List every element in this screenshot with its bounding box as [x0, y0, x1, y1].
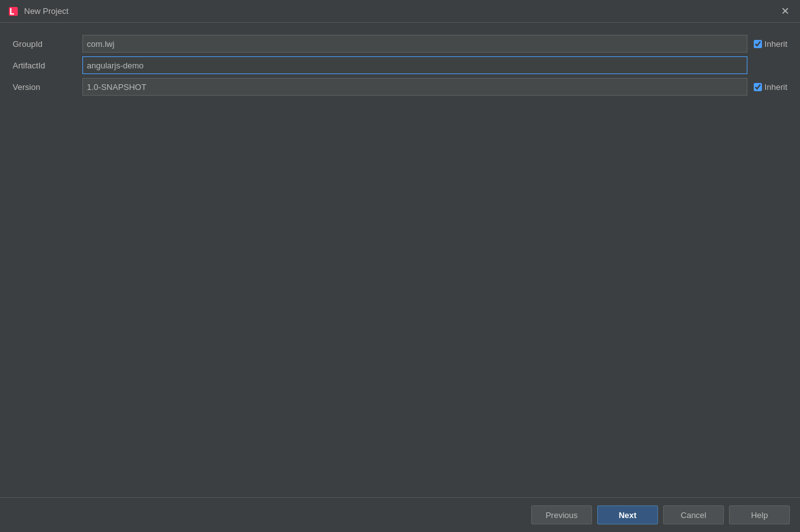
- groupid-input[interactable]: [82, 35, 747, 53]
- groupid-inherit-checkbox[interactable]: [754, 40, 762, 48]
- version-inherit-label: Inherit: [765, 82, 787, 92]
- version-inherit-checkbox[interactable]: [754, 83, 762, 91]
- titlebar: New Project ✕: [0, 0, 800, 23]
- close-button[interactable]: ✕: [777, 4, 792, 19]
- cancel-button[interactable]: Cancel: [663, 505, 724, 524]
- intellij-icon: [8, 6, 19, 17]
- svg-rect-2: [10, 8, 11, 15]
- next-button[interactable]: Next: [597, 505, 658, 524]
- groupid-inherit: Inherit: [747, 39, 787, 49]
- help-button[interactable]: Help: [729, 505, 790, 524]
- groupid-label: GroupId: [13, 35, 82, 53]
- version-inherit: Inherit: [747, 82, 787, 92]
- new-project-dialog: New Project ✕ GroupId Inherit ArtifactId…: [0, 0, 800, 532]
- form-content: GroupId Inherit ArtifactId Version Inher…: [0, 23, 800, 497]
- form-grid: GroupId Inherit ArtifactId Version Inher…: [13, 33, 787, 98]
- version-input[interactable]: [82, 78, 747, 96]
- previous-button[interactable]: Previous: [531, 505, 592, 524]
- version-label: Version: [13, 79, 82, 96]
- groupid-inherit-label: Inherit: [765, 39, 787, 49]
- artifactid-input[interactable]: [82, 56, 747, 74]
- titlebar-left: New Project: [8, 6, 68, 17]
- titlebar-title: New Project: [24, 6, 68, 16]
- footer: Previous Next Cancel Help: [0, 497, 800, 532]
- artifactid-label: ArtifactId: [13, 57, 82, 74]
